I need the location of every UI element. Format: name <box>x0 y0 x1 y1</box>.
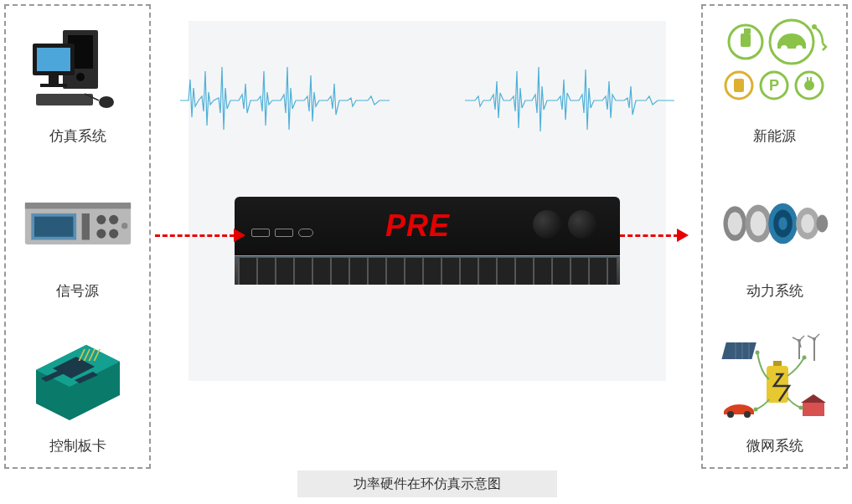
svg-rect-56 <box>767 366 788 403</box>
svg-point-39 <box>804 80 814 90</box>
svg-point-43 <box>727 212 741 235</box>
port-icon <box>298 229 313 237</box>
svg-point-8 <box>99 96 114 108</box>
svg-point-48 <box>778 217 787 230</box>
diagram-root: 仿真系统 信号源 <box>0 0 852 504</box>
device-knob-1 <box>533 210 561 239</box>
svg-point-74 <box>798 406 803 410</box>
circuit-board-icon <box>23 324 132 433</box>
label-control-board: 控制板卡 <box>6 436 149 455</box>
svg-rect-5 <box>49 75 59 84</box>
svg-point-32 <box>796 45 803 52</box>
arrow-head-icon <box>677 229 689 242</box>
arrow-head-icon <box>234 229 245 242</box>
label-new-energy: 新能源 <box>703 126 846 146</box>
svg-point-16 <box>96 229 106 239</box>
new-energy-icon: P <box>720 14 829 123</box>
svg-rect-40 <box>807 77 808 82</box>
computer-icon <box>23 14 132 123</box>
power-system-icon <box>720 169 829 278</box>
svg-line-60 <box>793 337 799 341</box>
label-simulation: 仿真系统 <box>6 126 149 146</box>
svg-rect-12 <box>34 217 73 237</box>
svg-point-45 <box>750 211 766 235</box>
center-device-area: PRE <box>188 21 666 381</box>
svg-point-15 <box>109 215 118 224</box>
svg-rect-7 <box>36 94 93 105</box>
svg-rect-69 <box>803 403 824 416</box>
right-output-column: P 新能源 <box>701 4 848 469</box>
item-signal-source: 信号源 <box>6 169 149 301</box>
left-input-column: 仿真系统 信号源 <box>4 4 151 469</box>
svg-rect-35 <box>734 79 744 92</box>
device-ports <box>251 229 313 237</box>
item-power-system: 动力系统 <box>703 169 846 301</box>
svg-rect-52 <box>721 342 756 359</box>
svg-line-66 <box>814 334 819 339</box>
svg-rect-4 <box>37 48 70 71</box>
arrow-output <box>620 234 679 238</box>
svg-point-50 <box>801 214 814 234</box>
microgrid-icon <box>720 324 829 433</box>
svg-line-61 <box>799 336 804 341</box>
item-control-board: 控制板卡 <box>6 324 149 455</box>
device-knob-2 <box>568 210 596 239</box>
svg-point-31 <box>781 45 787 52</box>
svg-rect-29 <box>741 33 751 47</box>
svg-point-14 <box>96 215 106 224</box>
device-vents <box>238 258 617 285</box>
svg-rect-57 <box>773 361 782 366</box>
arrow-input <box>155 234 235 238</box>
svg-rect-6 <box>40 84 67 87</box>
svg-point-2 <box>76 73 85 81</box>
pre-device: PRE <box>235 197 620 285</box>
svg-point-67 <box>727 411 734 418</box>
item-microgrid: 微网系统 <box>703 324 846 455</box>
svg-point-33 <box>812 24 817 29</box>
svg-rect-13 <box>81 213 89 240</box>
signal-generator-icon <box>23 169 132 278</box>
svg-text:P: P <box>768 77 778 94</box>
svg-rect-41 <box>810 77 812 82</box>
svg-line-65 <box>808 336 814 339</box>
diagram-caption: 功率硬件在环仿真示意图 <box>297 471 557 497</box>
svg-point-68 <box>744 411 751 418</box>
svg-point-72 <box>802 356 806 360</box>
port-icon <box>275 229 293 237</box>
label-power-system: 动力系统 <box>703 281 846 301</box>
svg-rect-10 <box>24 203 130 208</box>
item-simulation-system: 仿真系统 <box>6 14 149 146</box>
waveform-right-icon <box>465 46 674 155</box>
svg-point-71 <box>755 351 759 355</box>
waveform-left-icon <box>180 46 390 155</box>
svg-point-51 <box>816 215 828 233</box>
svg-marker-70 <box>801 394 826 403</box>
device-logo: PRE <box>385 208 450 244</box>
svg-point-18 <box>121 223 127 229</box>
port-icon <box>251 229 270 237</box>
label-signal-source: 信号源 <box>6 281 149 301</box>
caption-text: 功率硬件在环仿真示意图 <box>354 476 501 493</box>
label-microgrid: 微网系统 <box>703 436 846 455</box>
svg-point-73 <box>753 408 757 412</box>
svg-point-17 <box>109 229 118 239</box>
item-new-energy: P 新能源 <box>703 14 846 146</box>
